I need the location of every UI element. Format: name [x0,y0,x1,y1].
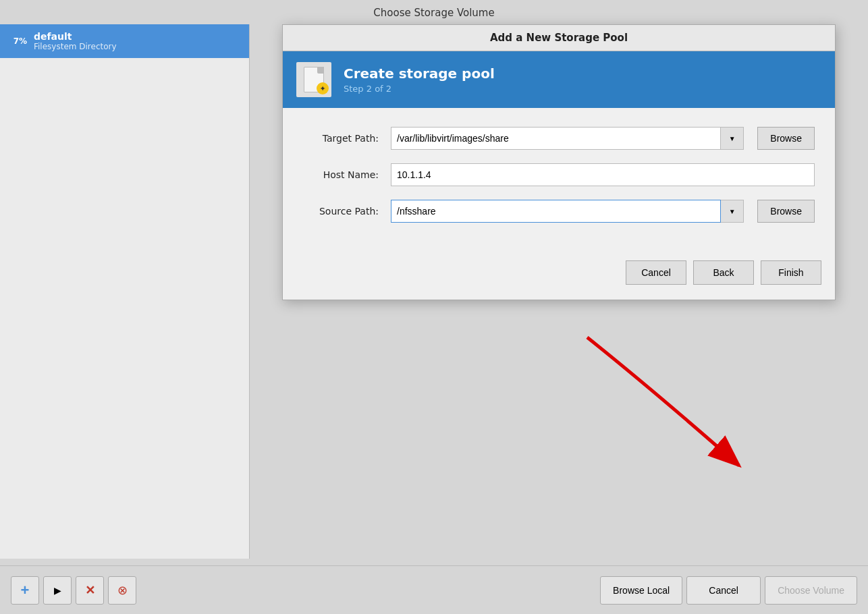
wizard-step: Step 2 of 2 [344,84,495,94]
sidebar: 7% default Filesystem Directory [0,24,250,559]
browse-local-button[interactable]: Browse Local [600,576,682,605]
play-icon: ▶ [54,585,61,596]
sidebar-item-type: Filesystem Directory [34,42,117,51]
modal-header: Add a New Storage Pool [283,25,835,51]
window-title: Choose Storage Volume [0,0,868,24]
bottom-toolbar: + ▶ ✕ ⊗ Browse Local Cancel Choose Volum… [0,565,868,614]
modal-body: Target Path: ▼ Browse Host Name: Source … [283,108,835,250]
sidebar-item-name: default [34,31,117,42]
source-path-dropdown-btn[interactable]: ▼ [721,200,744,223]
wizard-header: ✦ Create storage pool Step 2 of 2 [283,51,835,108]
sidebar-percent-badge: 7% [9,36,27,46]
browse-source-button[interactable]: Browse [757,200,815,223]
cancel-button[interactable]: Cancel [626,260,686,285]
modal-dialog: Add a New Storage Pool ✦ Create storage … [282,24,836,300]
delete-pool-button[interactable]: ✕ [76,576,104,605]
source-path-input[interactable] [391,200,721,223]
browse-target-button[interactable]: Browse [757,127,815,150]
choose-volume-button[interactable]: Choose Volume [765,576,857,605]
stop-pool-button[interactable]: ⊗ [108,576,136,605]
add-icon: + [21,582,30,599]
host-name-label: Host Name: [303,169,384,180]
delete-icon: ✕ [85,583,95,598]
back-button[interactable]: Back [693,260,754,285]
target-path-label: Target Path: [303,133,384,144]
add-pool-button[interactable]: + [11,576,39,605]
host-name-row: Host Name: [303,163,815,186]
target-path-row: Target Path: ▼ Browse [303,127,815,150]
modal-header-title: Add a New Storage Pool [490,32,628,44]
wizard-icon: ✦ [296,62,331,97]
start-pool-button[interactable]: ▶ [43,576,72,605]
source-path-label: Source Path: [303,206,384,217]
target-path-dropdown-btn[interactable]: ▼ [721,127,744,150]
host-name-input[interactable] [391,163,815,186]
target-path-input-group: ▼ [391,127,744,150]
badge-star-icon: ✦ [317,82,329,94]
source-path-row: Source Path: ▼ Browse [303,200,815,223]
sidebar-item-default[interactable]: 7% default Filesystem Directory [0,24,249,58]
dialog-area: Add a New Storage Pool ✦ Create storage … [250,24,868,559]
target-path-input[interactable] [391,127,721,150]
wizard-title: Create storage pool [344,65,495,82]
wizard-title-block: Create storage pool Step 2 of 2 [344,65,495,94]
sidebar-item-info: default Filesystem Directory [34,31,117,51]
finish-button[interactable]: Finish [761,260,821,285]
stop-icon: ⊗ [117,583,128,598]
main-area: 7% default Filesystem Directory Add a Ne… [0,24,868,559]
modal-footer: Cancel Back Finish [283,250,835,300]
title-label: Choose Storage Volume [373,7,494,19]
bottom-cancel-button[interactable]: Cancel [686,576,761,605]
source-path-input-group: ▼ [391,200,744,223]
